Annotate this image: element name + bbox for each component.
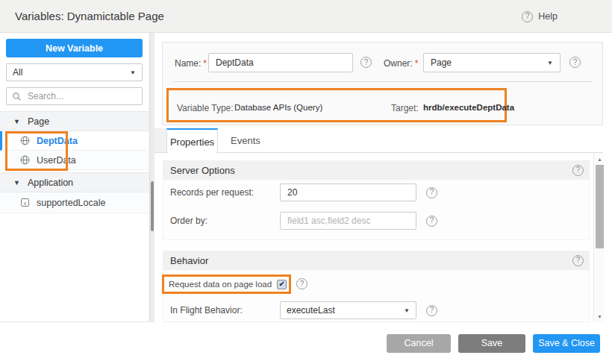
help-icon: ?: [522, 11, 533, 22]
owner-help-icon[interactable]: ?: [569, 57, 581, 68]
help-link[interactable]: ? Help: [522, 0, 558, 33]
variables-sidebar: New Variable All ▼ ▼ Page DeptData: [0, 33, 149, 322]
tree-item-supportedlocale[interactable]: x supportedLocale: [0, 192, 149, 213]
target-value: hrdb/executeDeptData: [423, 103, 514, 112]
tree-item-deptdata[interactable]: DeptData: [0, 131, 149, 151]
help-label: Help: [538, 11, 558, 22]
tab-events[interactable]: Events: [226, 128, 265, 153]
collapse-arrow-icon: ▼: [13, 179, 20, 186]
tree-group-application[interactable]: ▼ Application: [0, 172, 149, 192]
in-flight-behavior-label: In Flight Behavior:: [170, 305, 280, 316]
sidebar-scrollbar[interactable]: [149, 33, 154, 322]
request-data-label: Request data on page load: [169, 280, 272, 289]
behavior-header: Behavior ?: [163, 251, 590, 270]
variable-filter-select[interactable]: All ▼: [6, 63, 143, 81]
tab-strip-border: [154, 152, 603, 153]
svg-text:x: x: [24, 201, 27, 206]
content-scrollbar[interactable]: ▲ ▼: [593, 153, 605, 322]
collapse-arrow-icon: ▼: [13, 118, 20, 125]
search-icon: [12, 92, 22, 101]
in-flight-behavior-value: executeLast: [287, 305, 335, 316]
required-asterisk: *: [203, 58, 207, 69]
behavior-help-icon[interactable]: ?: [572, 255, 584, 266]
records-help-icon[interactable]: ?: [426, 187, 437, 198]
variables-dialog: Variables: Dynamictable Page ? Help New …: [0, 0, 612, 364]
variable-type-value: Database APIs (Query): [234, 103, 322, 112]
dialog-header: Variables: Dynamictable Page ? Help: [0, 0, 612, 33]
dialog-footer: Cancel Save Save & Close: [0, 322, 612, 364]
tree-group-page[interactable]: ▼ Page: [0, 111, 149, 131]
records-per-request-row: Records per request: ?: [170, 183, 437, 201]
in-flight-behavior-row: In Flight Behavior: executeLast ▼ ?: [170, 301, 437, 319]
variable-detail-panel: Name:* ? Owner:* Page ▼ ? Variable Type:…: [154, 33, 612, 322]
owner-value: Page: [431, 57, 452, 68]
tree-item-label: UserData: [37, 155, 76, 166]
sidebar-scrollbar-thumb[interactable]: [151, 181, 154, 231]
annotation-box-request-data: Request data on page load ✔: [162, 274, 291, 294]
chevron-down-icon: ▼: [547, 60, 553, 66]
tree-item-userdata[interactable]: UserData: [0, 151, 149, 170]
request-data-checkbox[interactable]: ✔: [277, 280, 287, 289]
tree-group-label: Page: [28, 116, 49, 127]
scroll-up-icon[interactable]: ▲: [594, 154, 605, 163]
records-per-request-input[interactable]: [280, 183, 416, 201]
model-variable-icon: x: [20, 198, 30, 207]
required-asterisk: *: [415, 58, 419, 69]
chevron-down-icon: ▼: [404, 307, 410, 314]
variable-filter-value: All: [13, 67, 22, 78]
in-flight-help-icon[interactable]: ?: [426, 305, 437, 316]
service-variable-icon: [20, 136, 30, 145]
name-help-icon[interactable]: ?: [360, 57, 372, 68]
request-data-help-icon[interactable]: ?: [296, 278, 307, 289]
order-by-input[interactable]: [280, 212, 416, 230]
tab-properties[interactable]: Properties: [166, 128, 218, 154]
save-button[interactable]: Save: [458, 334, 525, 353]
save-and-close-button[interactable]: Save & Close: [533, 334, 600, 353]
name-input[interactable]: [208, 53, 353, 72]
variable-summary-panel: Name:* ? Owner:* Page ▼ ? Variable Type:…: [162, 42, 603, 125]
tree-item-label: DeptData: [37, 136, 78, 146]
order-by-label: Order by:: [170, 216, 280, 226]
server-options-help-icon[interactable]: ?: [572, 165, 584, 176]
section-title: Behavior: [170, 255, 208, 266]
name-label: Name:*: [175, 58, 207, 69]
search-box: [6, 87, 143, 105]
owner-select[interactable]: Page ▼: [423, 53, 561, 72]
divider: [173, 81, 592, 82]
order-by-help-icon[interactable]: ?: [426, 216, 437, 227]
annotation-box-type-target: Variable Type: Database APIs (Query) Tar…: [166, 88, 507, 122]
owner-label: Owner:*: [384, 58, 418, 69]
variable-type-label: Variable Type:: [177, 103, 234, 113]
target-label: Target:: [391, 103, 419, 113]
service-variable-icon: [20, 155, 30, 165]
variables-tree: ▼ Page DeptData UserData ▼ Application: [0, 111, 149, 213]
in-flight-behavior-select[interactable]: executeLast ▼: [280, 301, 416, 319]
search-input[interactable]: [26, 90, 137, 102]
server-options-header: Server Options ?: [163, 160, 590, 180]
tree-group-label: Application: [28, 178, 73, 188]
content-scrollbar-thumb[interactable]: [596, 165, 604, 248]
chevron-down-icon: ▼: [130, 69, 136, 76]
page-title: Variables: Dynamictable Page: [15, 10, 164, 22]
tree-item-label: supportedLocale: [37, 198, 105, 208]
order-by-row: Order by: ?: [170, 212, 437, 230]
tab-strip-filler: [154, 128, 166, 153]
new-variable-button[interactable]: New Variable: [6, 39, 143, 57]
scroll-down-icon[interactable]: ▼: [594, 312, 605, 321]
records-per-request-label: Records per request:: [170, 187, 280, 198]
cancel-button[interactable]: Cancel: [387, 334, 451, 353]
section-title: Server Options: [170, 165, 235, 176]
